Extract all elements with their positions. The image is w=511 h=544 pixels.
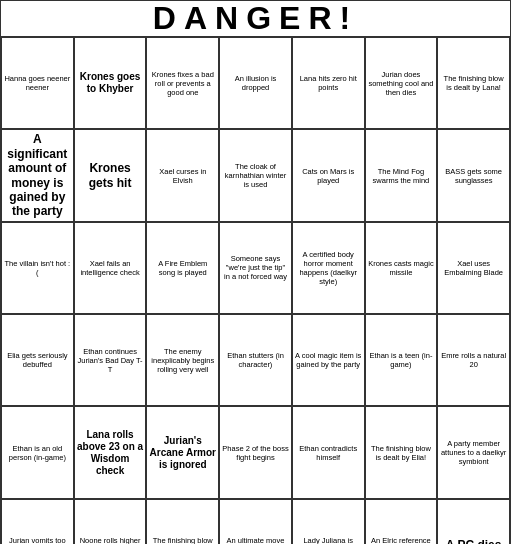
bingo-cell[interactable]: A cool magic item is gained by the party [292, 314, 365, 406]
bingo-cell[interactable]: Xael fails an intelligence check [74, 222, 147, 314]
bingo-cell[interactable]: Krones casts magic missile [365, 222, 438, 314]
bingo-cell[interactable]: Cats on Mars is played [292, 129, 365, 221]
bingo-cell[interactable]: Krones goes to Khyber [74, 37, 147, 129]
bingo-title: DANGER! [0, 0, 511, 36]
bingo-cell[interactable]: Ethan is an old person (in-game) [1, 406, 74, 498]
bingo-cell[interactable]: BASS gets some sunglasses [437, 129, 510, 221]
bingo-cell[interactable]: Noone rolls higher than 15 for initiativ… [74, 499, 147, 544]
bingo-cell[interactable]: The finishing blow is dealt by Krones! [146, 499, 219, 544]
bingo-cell[interactable]: Lana rolls above 23 on a Wisdom check [74, 406, 147, 498]
bingo-cell[interactable]: A Fire Emblem song is played [146, 222, 219, 314]
bingo-cell[interactable]: The finishing blow is dealt by Elia! [365, 406, 438, 498]
bingo-cell[interactable]: The enemy inexplicably begins rolling ve… [146, 314, 219, 406]
bingo-cell[interactable]: Ethan contradicts himself [292, 406, 365, 498]
bingo-cell[interactable]: Emre rolls a natural 20 [437, 314, 510, 406]
bingo-cell[interactable]: A PC dies [437, 499, 510, 544]
bingo-cell[interactable]: Jurian does something cool and then dies [365, 37, 438, 129]
bingo-cell[interactable]: The Mind Fog swarms the mind [365, 129, 438, 221]
bingo-cell[interactable]: Ethan continues Jurian's Bad Day T-T [74, 314, 147, 406]
title-text: DANGER! [153, 0, 358, 37]
bingo-cell[interactable]: Ethan stutters (in character) [219, 314, 292, 406]
bingo-cell[interactable]: Xael curses in Elvish [146, 129, 219, 221]
bingo-cell[interactable]: Lady Juliana is patronizing [292, 499, 365, 544]
bingo-cell[interactable]: Ethan is a teen (in-game) [365, 314, 438, 406]
bingo-cell[interactable]: The cloak of karnhathian winter is used [219, 129, 292, 221]
bingo-grid: Hanna goes neener neenerKrones goes to K… [0, 36, 511, 544]
bingo-cell[interactable]: The finishing blow is dealt by Lana! [437, 37, 510, 129]
bingo-cell[interactable]: Jurian vomits too much blood [1, 499, 74, 544]
bingo-cell[interactable]: An Elric reference is made [365, 499, 438, 544]
bingo-cell[interactable]: A significant amount of money is gained … [1, 129, 74, 221]
bingo-cell[interactable]: The villain isn't hot :( [1, 222, 74, 314]
bingo-cell[interactable]: Krones fixes a bad roll or prevents a go… [146, 37, 219, 129]
bingo-cell[interactable]: Lana hits zero hit points [292, 37, 365, 129]
bingo-card: DANGER! Hanna goes neener neenerKrones g… [0, 0, 511, 544]
bingo-cell[interactable]: Hanna goes neener neener [1, 37, 74, 129]
bingo-cell[interactable]: A party member attunes to a daelkyr symb… [437, 406, 510, 498]
bingo-cell[interactable]: Phase 2 of the boss fight begins [219, 406, 292, 498]
bingo-cell[interactable]: Xael uses Embalming Blade [437, 222, 510, 314]
bingo-cell[interactable]: An ultimate move occurs [219, 499, 292, 544]
bingo-cell[interactable]: Elia gets seriously debuffed [1, 314, 74, 406]
bingo-cell[interactable]: Jurian's Arcane Armor is ignored [146, 406, 219, 498]
bingo-cell[interactable]: An illusion is dropped [219, 37, 292, 129]
bingo-cell[interactable]: Someone says "we're just the tip" in a n… [219, 222, 292, 314]
bingo-cell[interactable]: A certified body horror moment happens (… [292, 222, 365, 314]
bingo-cell[interactable]: Krones gets hit [74, 129, 147, 221]
